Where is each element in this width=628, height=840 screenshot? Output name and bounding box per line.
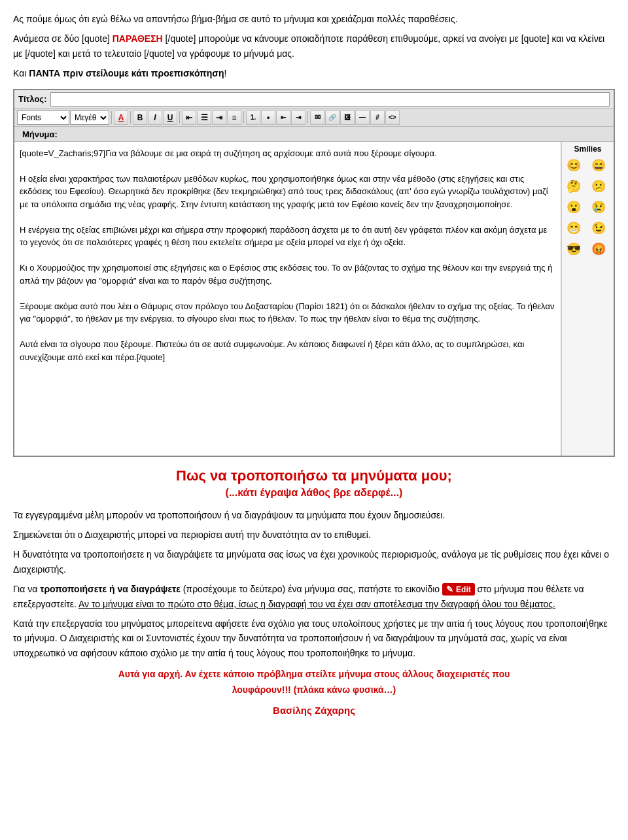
section2-para5: Κατά την επεξεργασία του μηνύματος μπορε… (13, 616, 615, 660)
smilies-label: Smilies (565, 144, 611, 154)
align-right-button[interactable]: ⇥ (212, 110, 226, 125)
bottom-line1: Αυτά για αρχή. Αν έχετε κάποιο πρόβλημα … (118, 669, 510, 679)
section2-para2: Σημειώνεται ότι ο Διαχειριστής μπορεί να… (13, 528, 615, 542)
section-title: Πως να τροποποιήσω τα μηνύματα μου; (13, 467, 615, 484)
intro-para1: Ας πούμε όμως ότι εγώ θέλω να απαντήσω β… (13, 12, 615, 26)
message-label: Μήνυμα: (18, 128, 61, 141)
smiley-4[interactable]: 😕 (589, 177, 608, 195)
section2-para1: Τα εγγεγραμμένα μέλη μπορούν να τροποποι… (13, 508, 615, 522)
smiley-6[interactable]: 😢 (589, 198, 608, 216)
smiley-2[interactable]: 😄 (589, 156, 608, 175)
editor-title-row: Τίτλος: (14, 90, 614, 109)
justify-button[interactable]: ≡ (227, 110, 241, 125)
smiley-10[interactable]: 😡 (589, 240, 608, 258)
hr-button[interactable]: ― (355, 110, 370, 125)
hash-button[interactable]: # (370, 110, 385, 125)
separator-1 (111, 111, 112, 124)
intro-para3: Και ΠΑΝΤΑ πριν στείλουμε κάτι προεπισκόπ… (13, 66, 615, 80)
font-selector[interactable]: Fonts (17, 110, 69, 125)
indent-button[interactable]: ⇥ (291, 110, 305, 125)
section2-content: Τα εγγεγραμμένα μέλη μπορούν να τροποποι… (13, 508, 615, 661)
smiley-3[interactable]: 🤔 (565, 177, 583, 195)
align-center-button[interactable]: ☰ (197, 110, 211, 125)
smilies-grid: 😊 😄 🤔 😕 😮 😢 😁 😉 😎 😡 (565, 156, 611, 258)
email-button[interactable]: ✉ (310, 110, 324, 125)
edit-icon: ✎ (446, 584, 453, 594)
separator-3 (179, 111, 180, 124)
html-button[interactable]: <> (385, 110, 400, 125)
smiley-5[interactable]: 😮 (565, 198, 583, 216)
bold-button[interactable]: B (133, 110, 147, 125)
separator-5 (307, 111, 308, 124)
editor-container: Τίτλος: Fonts Μεγέθ 8 10 12 14 16 18 24 … (13, 89, 615, 457)
smiley-1[interactable]: 😊 (565, 156, 583, 175)
smilies-panel: Smilies 😊 😄 🤔 😕 😮 😢 😁 😉 😎 😡 (561, 142, 614, 456)
underline-button[interactable]: U (163, 110, 177, 125)
message-textarea[interactable]: [quote=V_Zacharis;97]Για να βάλουμε σε μ… (14, 142, 561, 456)
section2-para3: Η δυνατότητα να τροποποιήσετε η να διαγρ… (13, 547, 615, 577)
image-button[interactable]: 🖼 (340, 110, 355, 125)
edit-button[interactable]: ✎ Edit (442, 583, 475, 596)
italic-button[interactable]: I (148, 110, 162, 125)
size-selector[interactable]: Μεγέθ 8 10 12 14 16 18 24 (70, 110, 109, 125)
title-label: Τίτλος: (18, 94, 46, 104)
smiley-8[interactable]: 😉 (589, 219, 608, 237)
font-color-button[interactable]: A (114, 110, 128, 125)
section2-para4: Για να τροποποιήσετε ή να διαγράψετε (πρ… (13, 582, 615, 611)
bottom-line2: λουφάρουν!!! (πλάκα κάνω φυσικά…) (232, 684, 396, 695)
smiley-9[interactable]: 😎 (565, 240, 583, 258)
separator-4 (243, 111, 244, 124)
title-input[interactable] (50, 92, 610, 107)
section-subtitle: (...κάτι έγραψα λάθος βρε αδερφέ...) (13, 487, 615, 499)
outdent-button[interactable]: ⇤ (276, 110, 290, 125)
align-left-button[interactable]: ⇤ (182, 110, 196, 125)
smiley-7[interactable]: 😁 (565, 219, 583, 237)
intro-para2: Ανάμεσα σε δύο [quote] ΠΑΡΑΘΕΣΗ [/quote]… (13, 31, 615, 61)
toolbar-area: Fonts Μεγέθ 8 10 12 14 16 18 24 A B I U (14, 109, 614, 127)
ordered-list-button[interactable]: 1. (246, 110, 260, 125)
bottom-text: Αυτά για αρχή. Αν έχετε κάποιο πρόβλημα … (13, 667, 615, 698)
link-button[interactable]: 🔗 (325, 110, 340, 125)
separator-2 (130, 111, 131, 124)
unordered-list-button[interactable]: • (261, 110, 275, 125)
editor-body: [quote=V_Zacharis;97]Για να βάλουμε σε μ… (14, 142, 614, 456)
author-name: Βασίλης Ζάχαρης (13, 705, 615, 716)
toolbar-row-1: Fonts Μεγέθ 8 10 12 14 16 18 24 A B I U (14, 109, 614, 126)
